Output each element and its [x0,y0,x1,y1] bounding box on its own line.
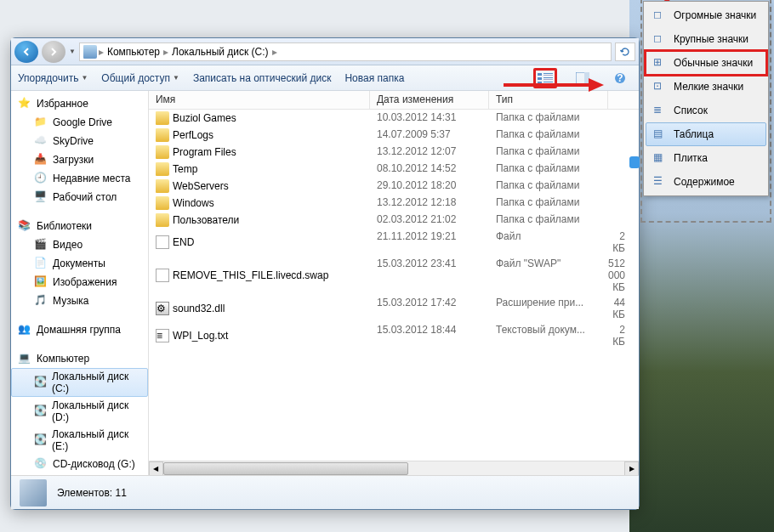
breadcrumb[interactable]: ▸ Компьютер ▸ Локальный диск (C:) ▸ [79,42,612,61]
view-menu-item[interactable]: ☰Содержимое [646,170,766,194]
table-row[interactable]: Program Files13.12.2012 12:07Папка с фай… [149,144,639,161]
sidebar-item-label: Видео [53,239,83,251]
nav-back-button[interactable] [14,41,38,63]
sidebar-item-icon: 🖼️ [34,275,48,289]
table-row[interactable]: Temp08.10.2012 14:52Папка с файлами [149,161,639,178]
text-file-icon: ≡ [156,329,169,342]
view-menu-item[interactable]: ◻Крупные значки [646,27,766,51]
file-size [608,179,639,193]
view-icon: ⊡ [653,80,667,93]
sidebar-item[interactable]: 💽Локальный диск (C:) [11,368,148,397]
table-row[interactable]: ≡WPI_Log.txt15.03.2012 18:44Текстовый до… [149,322,639,349]
toolbar-burn[interactable]: Записать на оптический диск [193,72,332,84]
breadcrumb-computer[interactable]: Компьютер [105,46,162,58]
file-date: 29.10.2012 18:20 [370,179,489,193]
view-menu-label: Список [674,105,708,116]
view-slider-handle[interactable] [629,156,640,168]
scroll-left-arrow[interactable]: ◀ [149,461,163,475]
view-icon: ⊞ [653,56,667,70]
chevron-right-icon[interactable]: ▸ [163,46,168,58]
table-row[interactable]: Пользователи02.03.2012 21:02Папка с файл… [149,212,639,229]
toolbar-new-folder[interactable]: Новая папка [344,72,404,84]
horizontal-scrollbar[interactable]: ◀ ▶ [149,461,639,475]
sidebar-item[interactable]: 💿CD-дисковод (G:) [11,455,148,473]
sidebar-item[interactable]: 🎬Видео [11,235,148,254]
folder-icon [156,179,169,193]
chevron-right-icon[interactable]: ▸ [272,46,277,58]
svg-rect-6 [538,82,542,84]
file-type: Текстовый докум... [489,324,608,348]
toolbar-help-button[interactable]: ? [608,68,632,88]
scroll-right-arrow[interactable]: ▶ [624,461,639,475]
svg-text:?: ? [617,72,623,84]
scroll-thumb[interactable] [163,462,408,475]
view-menu-item[interactable]: ▤Таблица [646,122,766,146]
toolbar-view-button[interactable] [533,68,557,88]
file-size: 44 КБ [608,297,639,320]
breadcrumb-drive[interactable]: Локальный диск (C:) [170,46,270,58]
table-row[interactable]: PerfLogs14.07.2009 5:37Папка с файлами [149,127,639,144]
file-pane: Имя Дата изменения Тип Buziol Games10.03… [149,91,639,475]
file-date: 02.03.2012 21:02 [370,213,489,227]
view-menu-item[interactable]: ≣Список [646,99,766,122]
table-row[interactable]: Buziol Games10.03.2012 14:31Папка с файл… [149,110,639,127]
file-type: Папка с файлами [489,145,608,159]
nav-forward-button[interactable] [42,41,65,63]
sidebar-item[interactable]: ☁️SkyDrive [11,132,148,150]
file-list[interactable]: Buziol Games10.03.2012 14:31Папка с файл… [149,110,639,461]
sidebar-item[interactable]: 💽Локальный диск (E:) [11,426,148,455]
toolbar-share[interactable]: Общий доступ▼ [101,72,179,84]
column-name[interactable]: Имя [149,91,370,109]
file-size: 2 КБ [608,324,639,348]
sidebar-item[interactable]: 🕘Недавние места [11,169,148,188]
explorer-window: ▼ ▸ Компьютер ▸ Локальный диск (C:) ▸ Уп… [10,37,640,510]
toolbar-preview-pane-button[interactable] [571,68,595,88]
column-headers: Имя Дата изменения Тип [149,91,639,110]
view-menu-item[interactable]: ◻Огромные значки [646,3,766,27]
refresh-button[interactable] [615,42,635,61]
toolbar-organize[interactable]: Упорядочить▼ [18,72,88,84]
file-icon [156,235,169,249]
column-date[interactable]: Дата изменения [370,91,489,109]
sidebar-item[interactable]: 📄Документы [11,254,148,273]
table-row[interactable]: REMOVE_THIS_FILE.livecd.swap15.03.2012 2… [149,256,639,295]
sidebar-favorites-header[interactable]: ⭐Избранное [11,94,148,113]
sidebar-item-label: Музыка [53,295,88,307]
view-menu-item[interactable]: ▦Плитка [646,146,766,170]
column-type[interactable]: Тип [489,91,608,109]
computer-icon: 💻 [18,352,31,365]
view-menu-item[interactable]: ⊡Мелкие значки [646,75,766,99]
sidebar-item[interactable]: 🎵Музыка [11,291,148,310]
table-row[interactable]: WebServers29.10.2012 18:20Папка с файлам… [149,178,639,195]
sidebar-homegroup-header[interactable]: 👥Домашняя группа [11,320,148,339]
sidebar-item-label: Локальный диск (C:) [52,371,140,394]
view-menu-label: Огромные значки [674,9,756,21]
sidebar-item-label: Локальный диск (E:) [52,428,140,452]
view-menu: ◻Огромные значки◻Крупные значки⊞Обычные … [643,1,769,196]
table-row[interactable]: END21.11.2012 19:21Файл2 КБ [149,229,639,256]
sidebar-computer-header[interactable]: 💻Компьютер [11,349,148,368]
view-icon: ▤ [653,127,667,141]
sidebar-item[interactable]: 📁Google Drive [11,113,148,132]
view-menu-item[interactable]: ⊞Обычные значки [646,51,766,75]
file-name: PerfLogs [173,129,213,141]
content-area: ⭐Избранное 📁Google Drive☁️SkyDrive📥Загру… [11,91,639,475]
chevron-right-icon[interactable]: ▸ [99,46,104,58]
sidebar-libraries-header[interactable]: 📚Библиотеки [11,217,148,235]
sidebar-item[interactable]: 🖼️Изображения [11,273,148,291]
sidebar-item-label: Документы [53,258,105,269]
table-row[interactable]: Windows13.12.2012 12:18Папка с файлами [149,195,639,212]
file-date: 14.07.2009 5:37 [370,128,489,142]
toolbar: Упорядочить▼ Общий доступ▼ Записать на о… [11,65,639,91]
sidebar-item[interactable]: 🖥️Рабочий стол [11,188,148,207]
nav-history-dropdown[interactable]: ▼ [69,48,76,55]
drive-icon: 💽 [34,376,47,389]
drive-icon: 💿 [34,457,48,471]
sidebar-item[interactable]: 📥Загрузки [11,150,148,169]
table-row[interactable]: ⚙sound32.dll15.03.2012 17:42Расширение п… [149,295,639,322]
svg-rect-0 [538,73,542,76]
file-size [608,128,639,142]
file-type: Папка с файлами [489,162,608,176]
sidebar-item[interactable]: 💽Локальный диск (D:) [11,397,148,426]
file-type: Папка с файлами [489,179,608,193]
